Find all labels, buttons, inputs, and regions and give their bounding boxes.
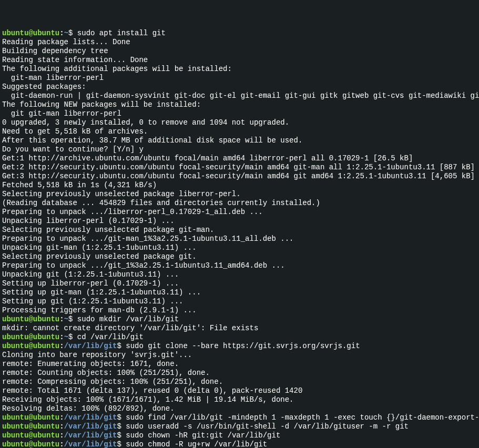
terminal-line: (Reading database ... 454829 files and d…	[2, 199, 477, 208]
output-text: 0 upgraded, 3 newly installed, 0 to remo…	[2, 118, 289, 127]
terminal-line: git-daemon-run | git-daemon-sysvinit git…	[2, 91, 477, 100]
terminal-line: Do you want to continue? [Y/n] y	[2, 145, 477, 154]
output-text: After this operation, 38.7 MB of additio…	[2, 136, 302, 145]
output-text: Fetched 5,518 kB in 1s (4,321 kB/s)	[2, 181, 157, 189]
output-text: Processing triggers for man-db (2.9.1-1)…	[2, 306, 197, 314]
output-text: Receiving objects: 100% (1671/1671), 1.4…	[2, 395, 294, 404]
prompt-separator: :	[59, 342, 64, 350]
command-text: cd /var/lib/git	[77, 333, 144, 341]
terminal-line: Cloning into bare repository 'svrjs.git'…	[2, 351, 477, 360]
terminal-line: ubuntu@ubuntu:~$ sudo mkdir /var/lib/git	[2, 315, 477, 324]
terminal-line: Preparing to unpack .../liberror-perl_0.…	[2, 208, 477, 217]
command-text: sudo git clone --bare https://git.svrjs.…	[126, 342, 360, 350]
prompt-separator: :	[59, 413, 64, 422]
output-text: Unpacking git-man (1:2.25.1-1ubuntu3.11)…	[2, 243, 197, 252]
terminal-line: Get:2 http://security.ubuntu.com/ubuntu …	[2, 163, 477, 172]
output-text: Selecting previously unselected package …	[2, 226, 214, 234]
terminal-line: After this operation, 38.7 MB of additio…	[2, 136, 477, 145]
terminal-line: remote: Counting objects: 100% (251/251)…	[2, 369, 477, 378]
prompt-dollar: $	[117, 422, 126, 431]
output-text: Setting up git-man (1:2.25.1-1ubuntu3.11…	[2, 288, 201, 297]
terminal-line: ubuntu@ubuntu:/var/lib/git$ sudo git clo…	[2, 342, 477, 351]
terminal-line: Preparing to unpack .../git_1%3a2.25.1-1…	[2, 261, 477, 270]
terminal-line: Setting up git-man (1:2.25.1-1ubuntu3.11…	[2, 288, 477, 297]
terminal-line: remote: Compressing objects: 100% (251/2…	[2, 378, 477, 386]
terminal-line: Building dependency tree	[2, 47, 477, 56]
prompt-user: ubuntu@ubuntu	[2, 431, 59, 440]
terminal-line: Selecting previously unselected package …	[2, 190, 477, 199]
terminal-line: ubuntu@ubuntu:~$ sudo apt install git	[2, 29, 477, 38]
terminal-line: Processing triggers for man-db (2.9.1-1)…	[2, 306, 477, 315]
terminal-line: Need to get 5,518 kB of archives.	[2, 127, 477, 136]
terminal-line: Reading state information... Done	[2, 56, 477, 65]
terminal-line: ubuntu@ubuntu:/var/lib/git$ sudo find /v…	[2, 413, 477, 422]
terminal-line: git git-man liberror-perl	[2, 109, 477, 118]
output-text: Cloning into bare repository 'svrjs.git'…	[2, 351, 192, 359]
terminal-output[interactable]: ubuntu@ubuntu:~$ sudo apt install gitRea…	[2, 29, 477, 448]
prompt-path: ~	[64, 29, 68, 37]
prompt-separator: :	[59, 440, 64, 448]
prompt-path: /var/lib/git	[64, 342, 117, 350]
prompt-user: ubuntu@ubuntu	[2, 29, 59, 37]
prompt-path: /var/lib/git	[64, 431, 117, 440]
terminal-line: remote: Enumerating objects: 1671, done.	[2, 360, 477, 369]
command-text: sudo find /var/lib/git -mindepth 1 -maxd…	[126, 413, 479, 422]
output-text: git git-man liberror-perl	[2, 109, 121, 118]
command-text: sudo chmod -R ug+rw /var/lib/git	[126, 440, 267, 448]
prompt-dollar: $	[68, 315, 77, 323]
prompt-separator: :	[59, 315, 64, 323]
output-text: Get:3 http://security.ubuntu.com/ubuntu …	[2, 172, 475, 180]
terminal-line: Selecting previously unselected package …	[2, 226, 477, 235]
terminal-line: mkdir: cannot create directory '/var/lib…	[2, 324, 477, 333]
prompt-user: ubuntu@ubuntu	[2, 333, 59, 341]
prompt-user: ubuntu@ubuntu	[2, 413, 59, 422]
output-text: Preparing to unpack .../liberror-perl_0.…	[2, 208, 263, 216]
output-text: Preparing to unpack .../git-man_1%3a2.25…	[2, 235, 294, 243]
terminal-line: Preparing to unpack .../git-man_1%3a2.25…	[2, 235, 477, 243]
prompt-separator: :	[59, 431, 64, 440]
terminal-line: remote: Total 1671 (delta 137), reused 0…	[2, 386, 477, 395]
output-text: Reading package lists... Done	[2, 38, 130, 46]
terminal-line: ubuntu@ubuntu:/var/lib/git$ sudo useradd…	[2, 422, 477, 431]
prompt-separator: :	[59, 29, 64, 37]
output-text: Get:1 http://archive.ubuntu.com/ubuntu f…	[2, 154, 413, 162]
terminal-line: Fetched 5,518 kB in 1s (4,321 kB/s)	[2, 181, 477, 190]
output-text: remote: Total 1671 (delta 137), reused 0…	[2, 386, 302, 395]
prompt-user: ubuntu@ubuntu	[2, 422, 59, 431]
terminal-line: ubuntu@ubuntu:~$ cd /var/lib/git	[2, 333, 477, 342]
prompt-path: ~	[64, 315, 68, 323]
terminal-line: 0 upgraded, 3 newly installed, 0 to remo…	[2, 118, 477, 127]
terminal-line: Get:1 http://archive.ubuntu.com/ubuntu f…	[2, 154, 477, 163]
output-text: Suggested packages:	[2, 83, 86, 91]
prompt-user: ubuntu@ubuntu	[2, 315, 59, 323]
output-text: git-man liberror-perl	[2, 74, 104, 82]
output-text: Reading state information... Done	[2, 56, 148, 64]
output-text: remote: Compressing objects: 100% (251/2…	[2, 378, 223, 386]
output-text: Preparing to unpack .../git_1%3a2.25.1-1…	[2, 261, 285, 270]
terminal-line: Unpacking git (1:2.25.1-1ubuntu3.11) ...	[2, 270, 477, 279]
terminal-line: Get:3 http://security.ubuntu.com/ubuntu …	[2, 172, 477, 181]
output-text: remote: Enumerating objects: 1671, done.	[2, 360, 179, 368]
terminal-line: Unpacking git-man (1:2.25.1-1ubuntu3.11)…	[2, 243, 477, 252]
output-text: Building dependency tree	[2, 47, 108, 55]
terminal-line: Reading package lists... Done	[2, 38, 477, 47]
terminal-line: The following additional packages will b…	[2, 65, 477, 74]
output-text: Selecting previously unselected package …	[2, 190, 241, 198]
prompt-dollar: $	[117, 413, 126, 422]
command-text: sudo chown -hR git:git /var/lib/git	[126, 431, 280, 440]
output-text: The following additional packages will b…	[2, 65, 232, 73]
prompt-dollar: $	[117, 431, 126, 440]
output-text: Do you want to continue? [Y/n] y	[2, 145, 144, 154]
prompt-path: /var/lib/git	[64, 422, 117, 431]
output-text: mkdir: cannot create directory '/var/lib…	[2, 324, 258, 332]
prompt-dollar: $	[117, 342, 126, 350]
output-text: git-daemon-run | git-daemon-sysvinit git…	[2, 91, 479, 100]
terminal-line: Setting up git (1:2.25.1-1ubuntu3.11) ..…	[2, 297, 477, 306]
terminal-line: Resolving deltas: 100% (892/892), done.	[2, 404, 477, 413]
prompt-user: ubuntu@ubuntu	[2, 440, 59, 448]
command-text: sudo apt install git	[77, 29, 166, 37]
prompt-separator: :	[59, 422, 64, 431]
prompt-dollar: $	[68, 333, 77, 341]
output-text: The following NEW packages will be insta…	[2, 100, 201, 109]
command-text: sudo mkdir /var/lib/git	[77, 315, 179, 323]
